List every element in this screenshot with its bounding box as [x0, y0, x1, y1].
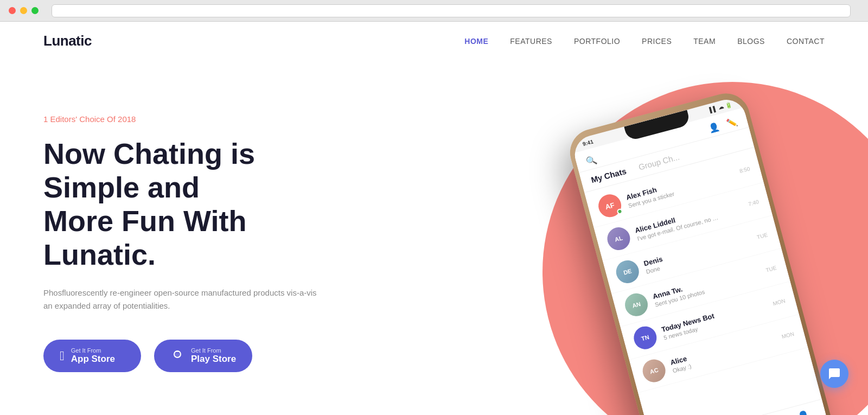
nav-item-prices[interactable]: PRICES — [642, 37, 672, 46]
nav-item-features[interactable]: FEATURES — [510, 37, 552, 46]
appstore-large-text: App Store — [71, 354, 115, 365]
avatar-anna-wrap: AN — [622, 291, 650, 318]
hero-right: 9:41 ▌▌ ☁ 🔋 🔍 👤 ✏️ — [423, 49, 868, 415]
hero-title-line1: Now Chating is Simple and — [43, 137, 255, 203]
avatar-denis: DE — [614, 258, 641, 285]
status-time: 9:41 — [582, 138, 594, 147]
chat-time-denis: TUE — [756, 232, 768, 240]
apple-icon:  — [60, 348, 65, 363]
playstore-button-text: Get It From Play Store — [191, 347, 236, 365]
appstore-small-text: Get It From — [71, 347, 101, 354]
avatar-newsbot: TN — [631, 324, 659, 352]
app-content: 🔍 👤 ✏️ My Chats Group Ch... — [574, 107, 830, 415]
dot-yellow[interactable] — [20, 7, 27, 14]
page: Lunatic HOME FEATURES PORTFOLIO PRICES T… — [0, 22, 868, 415]
phone-outer: 9:41 ▌▌ ☁ 🔋 🔍 👤 ✏️ — [565, 88, 838, 415]
appstore-button[interactable]:  Get It From App Store — [43, 340, 141, 372]
chat-list: AF Alex Fish Sent you a sticker 8:50 — [584, 148, 808, 395]
avatar-alice-wrap: AC — [640, 357, 668, 385]
avatar-alex: AF — [596, 192, 623, 220]
phone-mockup: 9:41 ▌▌ ☁ 🔋 🔍 👤 ✏️ — [575, 104, 857, 415]
nav-item-contact[interactable]: CONTACT — [787, 37, 825, 46]
hero-title: Now Chating is Simple and More Fun With … — [43, 137, 358, 271]
avatar-alice: AC — [640, 357, 668, 385]
appstore-button-text: Get It From App Store — [71, 347, 115, 365]
hero-tagline: 1 Editors' Choice Of 2018 — [43, 114, 358, 124]
chat-time-newsbot: MON — [772, 297, 786, 307]
compose-icon[interactable]: ✏️ — [725, 117, 738, 130]
avatar-alex-wrap: AF — [596, 192, 623, 220]
dot-red[interactable] — [9, 7, 16, 14]
svg-rect-1 — [175, 353, 180, 357]
playstore-button[interactable]: Get It From Play Store — [154, 340, 252, 372]
hero-left: 1 Editors' Choice Of 2018 Now Chating is… — [43, 82, 358, 372]
avatar-newsbot-wrap: TN — [631, 324, 659, 352]
chat-time-alicel: 7:40 — [748, 199, 760, 207]
status-icons: ▌▌ ☁ 🔋 — [709, 101, 732, 113]
playstore-large-text: Play Store — [191, 354, 236, 365]
tab-me[interactable]: 👤 Me — [796, 408, 813, 415]
nav: HOME FEATURES PORTFOLIO PRICES TEAM BLOG… — [464, 37, 825, 46]
chat-time-anna: TUE — [765, 264, 777, 273]
nav-item-blogs[interactable]: BLOGS — [737, 37, 765, 46]
nav-item-home[interactable]: HOME — [464, 37, 488, 46]
avatar-anna: AN — [622, 291, 650, 318]
nav-item-team[interactable]: TEAM — [693, 37, 716, 46]
search-icon[interactable]: 🔍 — [585, 154, 598, 167]
me-icon: 👤 — [796, 408, 811, 415]
hero-description: Phosfluorescently re-engineer open-sourc… — [43, 286, 326, 312]
browser-chrome — [0, 0, 868, 22]
logo: Lunatic — [43, 33, 92, 49]
hero-title-line2: More Fun With Lunatic. — [43, 205, 246, 271]
hero-section: 1 Editors' Choice Of 2018 Now Chating is… — [0, 60, 868, 407]
profile-icon[interactable]: 👤 — [707, 121, 720, 134]
header: Lunatic HOME FEATURES PORTFOLIO PRICES T… — [0, 22, 868, 60]
playstore-small-text: Get It From — [191, 347, 221, 354]
dot-green[interactable] — [31, 7, 39, 14]
chat-bubble-button[interactable] — [820, 360, 848, 388]
avatar-alicel-wrap: AL — [605, 225, 633, 252]
avatar-denis-wrap: DE — [614, 258, 641, 285]
url-bar[interactable] — [52, 4, 851, 17]
avatar-alice-liddell: AL — [605, 225, 633, 252]
bottom-nav-bar: 📷 Photo 📞 Calls 💬 Chats — [652, 399, 830, 415]
cta-buttons:  Get It From App Store — [43, 340, 358, 372]
chat-time-alice: MON — [781, 330, 795, 340]
chat-time-alex: 8:50 — [739, 165, 751, 174]
nav-item-portfolio[interactable]: PORTFOLIO — [574, 37, 620, 46]
phone-screen: 9:41 ▌▌ ☁ 🔋 🔍 👤 ✏️ — [571, 95, 833, 415]
android-icon — [170, 347, 184, 365]
